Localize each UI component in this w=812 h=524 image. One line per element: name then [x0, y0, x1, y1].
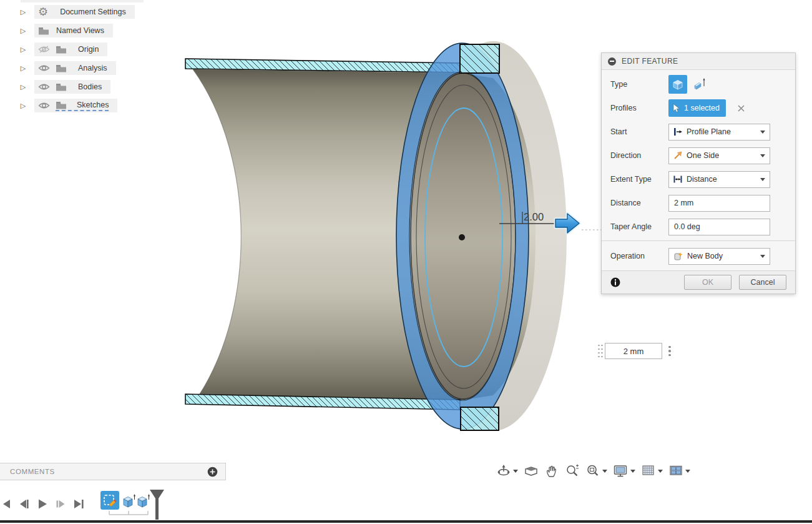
tree-item-origin[interactable]: ▷ Origin [17, 42, 107, 56]
eye-icon[interactable] [38, 83, 50, 91]
comments-bar[interactable]: COMMENTS [0, 463, 226, 480]
zoom-tool[interactable] [565, 463, 580, 478]
dialog-title: EDIT FEATURE [622, 57, 678, 66]
chevron-down-icon[interactable] [602, 470, 607, 473]
timeline-feature-extrude-2[interactable] [136, 493, 151, 512]
extrude-thin-type-button[interactable] [691, 75, 710, 94]
drag-handle-icon[interactable] [597, 342, 603, 360]
zoom-window-tool[interactable] [585, 463, 607, 478]
timeline-playhead[interactable] [150, 490, 164, 520]
eye-off-icon[interactable] [38, 46, 50, 53]
expand-arrow-icon[interactable]: ▷ [17, 64, 29, 72]
go-to-end-button[interactable] [73, 498, 84, 510]
go-to-beginning-button[interactable] [1, 498, 12, 510]
timeline-feature-extrude-1[interactable] [122, 493, 137, 512]
pan-tool[interactable] [544, 463, 559, 478]
extrude-thin-icon [693, 77, 708, 91]
viewports-icon [668, 463, 683, 478]
chevron-down-icon[interactable] [658, 470, 663, 473]
edit-feature-dialog: EDIT FEATURE Type [601, 52, 796, 294]
display-settings-tool[interactable] [613, 463, 635, 478]
folder-icon [56, 101, 67, 109]
chevron-down-icon[interactable] [630, 470, 635, 473]
info-icon[interactable] [610, 277, 620, 287]
eye-icon[interactable] [38, 102, 50, 109]
direction-label: Direction [610, 151, 668, 160]
row-operation: Operation New Body [602, 243, 795, 269]
sketch-center-point[interactable] [459, 234, 465, 240]
tree-item-document-settings[interactable]: ▷ ⚙ Document Settings [17, 5, 135, 19]
zoom-window-icon [585, 463, 600, 478]
look-at-tool[interactable] [524, 463, 539, 478]
row-taper-angle: Taper Angle [602, 215, 795, 239]
expand-arrow-icon[interactable]: ▷ [17, 8, 29, 16]
tree-item-analysis[interactable]: ▷ Analysis [17, 61, 116, 75]
kebab-menu-icon[interactable] [668, 346, 671, 357]
dialog-header[interactable]: EDIT FEATURE [602, 53, 795, 70]
one-side-arrow-icon [673, 151, 683, 161]
expand-arrow-icon[interactable]: ▷ [17, 102, 29, 110]
tree-item-label: Origin [78, 45, 99, 54]
ok-button[interactable]: OK [684, 275, 731, 290]
distance-label: Distance [610, 199, 668, 207]
row-extent-type: Extent Type Distance [602, 167, 795, 191]
play-button[interactable] [37, 498, 48, 510]
expand-arrow-icon[interactable]: ▷ [17, 46, 29, 54]
tree-item-bodies[interactable]: ▷ Bodies [17, 80, 110, 94]
tree-item-label: Analysis [78, 64, 107, 72]
profiles-count: 1 selected [684, 104, 720, 112]
gear-icon: ⚙ [38, 6, 48, 17]
tree-item-sketches[interactable]: ▷ Sketches [17, 99, 117, 112]
tree-item-named-views[interactable]: ▷ Named Views [17, 24, 113, 37]
dimension-label[interactable]: 2.00 [524, 211, 544, 222]
extrude-solid-type-button[interactable] [668, 75, 687, 94]
tree-item-label: Document Settings [60, 7, 126, 16]
step-back-button[interactable] [19, 498, 30, 510]
orbit-icon [496, 463, 511, 478]
manipulator-input-group [597, 342, 671, 360]
eye-icon[interactable] [38, 64, 50, 72]
timeline-feature-sketch[interactable] [100, 491, 119, 510]
extent-type-dropdown[interactable]: Distance [668, 171, 770, 188]
grid-icon [641, 463, 656, 478]
extrude-solid-icon [671, 77, 685, 91]
clear-selection-icon[interactable] [737, 104, 745, 112]
pan-hand-icon [544, 463, 559, 478]
manipulator-distance-input[interactable] [605, 343, 662, 359]
viewports-tool[interactable] [668, 463, 690, 478]
add-comment-icon[interactable] [207, 467, 218, 477]
cancel-button[interactable]: Cancel [739, 275, 786, 290]
dialog-divider [602, 240, 795, 241]
distance-extent-icon [673, 174, 683, 184]
collapse-icon[interactable] [608, 57, 616, 66]
grid-settings-tool[interactable] [641, 463, 663, 478]
folder-icon [56, 82, 67, 91]
expand-arrow-icon[interactable]: ▷ [17, 83, 29, 91]
chevron-down-icon [760, 131, 765, 134]
direction-dropdown[interactable]: One Side [668, 147, 770, 164]
row-direction: Direction One Side [602, 144, 795, 167]
row-type: Type [602, 72, 795, 96]
active-sketch-highlight: Sketches [56, 101, 109, 111]
step-forward-button[interactable] [55, 498, 66, 510]
browser-clipped-row [21, 0, 144, 2]
orbit-tool[interactable] [496, 463, 518, 478]
distance-input[interactable] [668, 195, 770, 212]
look-at-icon [524, 463, 539, 478]
tree-item-label: Sketches [77, 101, 109, 109]
start-dropdown[interactable]: Profile Plane [668, 124, 770, 141]
operation-label: Operation [610, 252, 668, 260]
chevron-down-icon [760, 178, 765, 181]
new-body-icon [673, 251, 683, 261]
expand-arrow-icon[interactable]: ▷ [17, 27, 29, 35]
operation-value: New Body [687, 252, 756, 260]
taper-angle-input[interactable] [668, 219, 770, 235]
sketch-edit-icon [102, 493, 117, 508]
extent-type-value: Distance [687, 175, 756, 184]
extrude-feature-icon [122, 493, 137, 510]
operation-dropdown[interactable]: New Body [668, 248, 770, 265]
profiles-selected-chip[interactable]: 1 selected [668, 99, 726, 117]
chevron-down-icon[interactable] [513, 470, 518, 473]
chevron-down-icon[interactable] [685, 470, 690, 473]
bottom-edge-bar [0, 520, 812, 523]
